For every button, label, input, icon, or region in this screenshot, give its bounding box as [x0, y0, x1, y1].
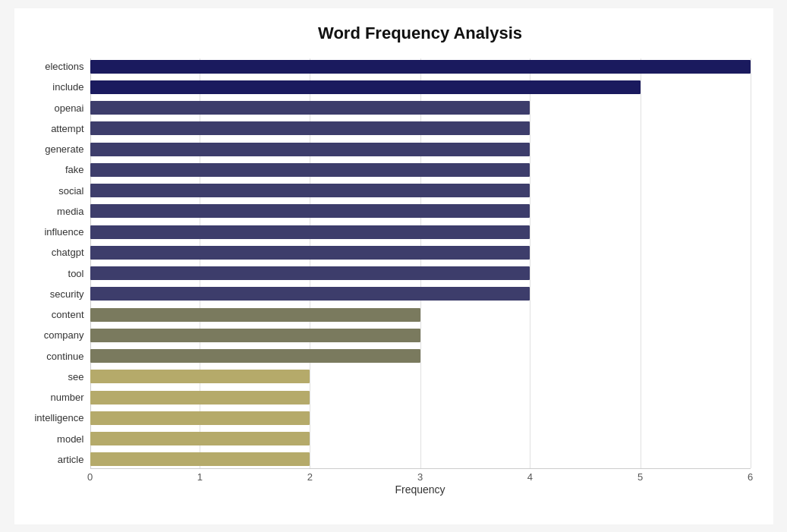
bar-row: openai [90, 99, 751, 116]
bar-row: see [90, 368, 751, 385]
bar-row: model [90, 430, 751, 447]
bar-label: chatgpt [16, 247, 84, 258]
bar-label: elections [16, 61, 84, 72]
bar-label: fake [16, 164, 84, 175]
bar [90, 204, 530, 218]
bar [90, 391, 310, 405]
x-axis-line [90, 468, 751, 469]
bar [90, 432, 310, 445]
bar-label: influence [16, 226, 84, 238]
x-tick-label: 1 [197, 471, 203, 483]
x-axis-label: Frequency [90, 483, 751, 496]
x-tick-label: 0 [87, 471, 93, 483]
bar [90, 143, 530, 156]
x-tick-label: 5 [637, 471, 643, 483]
bar-row: media [90, 203, 751, 219]
bar-row: content [90, 307, 751, 323]
bar-row: security [90, 285, 751, 302]
x-axis: 0123456 Frequency [90, 468, 751, 499]
bar-label: generate [16, 143, 84, 155]
bar-label: security [16, 288, 84, 300]
bar-row: include [90, 79, 751, 96]
bar-label: openai [16, 102, 84, 114]
bar-row: continue [90, 348, 751, 364]
bar [90, 370, 310, 383]
bars-wrapper: electionsincludeopenaiattemptgeneratefak… [90, 58, 751, 468]
x-tick-label: 3 [417, 471, 423, 483]
bar-row: company [90, 327, 751, 344]
bar [90, 101, 530, 115]
bar [90, 121, 530, 135]
bar [90, 266, 530, 280]
bar-label: continue [16, 351, 84, 362]
bar [90, 287, 530, 301]
grid-line [751, 58, 751, 468]
bar-row: tool [90, 265, 751, 282]
bar-row: attempt [90, 120, 751, 137]
bar-label: social [16, 185, 84, 197]
bar-row: influence [90, 224, 751, 241]
bar-row: number [90, 389, 751, 406]
chart-title: Word Frequency Analysis [90, 24, 751, 43]
bar-label: attempt [16, 123, 84, 134]
bar-row: social [90, 182, 751, 199]
bar-label: see [16, 371, 84, 382]
x-tick-label: 2 [307, 471, 313, 483]
bar [90, 246, 530, 260]
bar-row: intelligence [90, 410, 751, 427]
bar-label: article [16, 454, 84, 465]
bar-label: intelligence [16, 412, 84, 423]
bar [90, 225, 530, 239]
bar-label: company [16, 329, 84, 341]
bar-row: chatgpt [90, 244, 751, 261]
x-tick-label: 4 [527, 471, 533, 483]
bar [90, 452, 310, 466]
bar [90, 80, 641, 94]
chart-area: electionsincludeopenaiattemptgeneratefak… [90, 58, 751, 499]
bar [90, 411, 310, 425]
bar-row: fake [90, 162, 751, 178]
bar-label: media [16, 206, 84, 217]
bar [90, 184, 530, 197]
bar-label: number [16, 392, 84, 403]
bar [90, 60, 751, 74]
bar-label: model [16, 433, 84, 445]
bar [90, 349, 420, 363]
x-tick-label: 6 [748, 471, 753, 483]
bar-label: tool [16, 268, 84, 279]
bar [90, 329, 420, 342]
bar-row: article [90, 451, 751, 467]
bar-row: elections [90, 58, 751, 75]
bar-row: generate [90, 141, 751, 158]
bar-label: include [16, 81, 84, 93]
bar-label: content [16, 309, 84, 320]
bar [90, 163, 530, 177]
chart-container: Word Frequency Analysis electionsinclude… [14, 8, 773, 524]
bar [90, 308, 420, 322]
